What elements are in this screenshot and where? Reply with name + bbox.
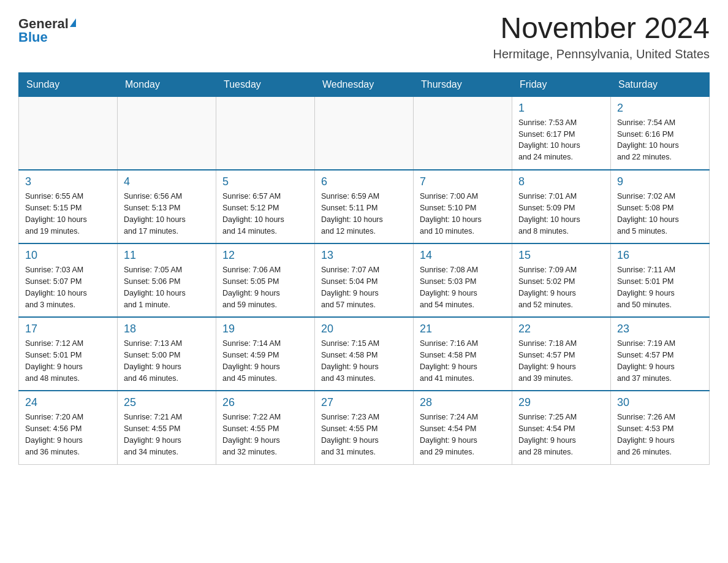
day-info: Sunrise: 7:24 AM Sunset: 4:54 PM Dayligh… (420, 412, 506, 458)
day-number: 20 (321, 323, 407, 335)
day-info: Sunrise: 7:18 AM Sunset: 4:57 PM Dayligh… (518, 338, 604, 384)
day-info: Sunrise: 7:21 AM Sunset: 4:55 PM Dayligh… (124, 412, 210, 458)
table-row (216, 96, 315, 170)
table-row: 5Sunrise: 6:57 AM Sunset: 5:12 PM Daylig… (216, 170, 315, 243)
table-row: 3Sunrise: 6:55 AM Sunset: 5:15 PM Daylig… (19, 170, 118, 243)
table-row: 20Sunrise: 7:15 AM Sunset: 4:58 PM Dayli… (315, 317, 414, 391)
header-thursday: Thursday (414, 72, 512, 96)
table-row: 10Sunrise: 7:03 AM Sunset: 5:07 PM Dayli… (19, 243, 118, 317)
header-monday: Monday (118, 72, 216, 96)
day-number: 27 (321, 396, 407, 409)
day-number: 30 (617, 396, 703, 409)
day-info: Sunrise: 7:09 AM Sunset: 5:02 PM Dayligh… (518, 264, 604, 310)
table-row: 6Sunrise: 6:59 AM Sunset: 5:11 PM Daylig… (315, 170, 414, 243)
table-row: 26Sunrise: 7:22 AM Sunset: 4:55 PM Dayli… (216, 391, 315, 464)
day-number: 21 (420, 323, 506, 335)
day-info: Sunrise: 7:54 AM Sunset: 6:16 PM Dayligh… (617, 117, 703, 163)
day-number: 7 (420, 175, 506, 188)
table-row: 9Sunrise: 7:02 AM Sunset: 5:08 PM Daylig… (611, 170, 710, 243)
day-number: 9 (617, 175, 703, 188)
day-info: Sunrise: 7:06 AM Sunset: 5:05 PM Dayligh… (222, 264, 308, 310)
day-number: 29 (518, 396, 604, 409)
day-info: Sunrise: 7:20 AM Sunset: 4:56 PM Dayligh… (25, 412, 111, 458)
day-info: Sunrise: 7:11 AM Sunset: 5:01 PM Dayligh… (617, 264, 703, 310)
day-info: Sunrise: 7:05 AM Sunset: 5:06 PM Dayligh… (124, 264, 210, 310)
day-number: 1 (518, 102, 604, 115)
table-row: 16Sunrise: 7:11 AM Sunset: 5:01 PM Dayli… (611, 243, 710, 317)
page-header: General Blue November 2024 Hermitage, Pe… (18, 12, 710, 61)
day-info: Sunrise: 7:08 AM Sunset: 5:03 PM Dayligh… (420, 264, 506, 310)
table-row (315, 96, 414, 170)
table-row: 2Sunrise: 7:54 AM Sunset: 6:16 PM Daylig… (611, 96, 710, 170)
title-block: November 2024 Hermitage, Pennsylvania, U… (493, 12, 710, 61)
logo: General Blue (18, 12, 76, 44)
logo-triangle-icon (70, 18, 76, 27)
table-row: 25Sunrise: 7:21 AM Sunset: 4:55 PM Dayli… (118, 391, 216, 464)
header-friday: Friday (512, 72, 611, 96)
table-row: 12Sunrise: 7:06 AM Sunset: 5:05 PM Dayli… (216, 243, 315, 317)
table-row: 18Sunrise: 7:13 AM Sunset: 5:00 PM Dayli… (118, 317, 216, 391)
table-row (414, 96, 512, 170)
day-number: 2 (617, 102, 703, 115)
calendar-week-row: 17Sunrise: 7:12 AM Sunset: 5:01 PM Dayli… (19, 317, 710, 391)
table-row: 11Sunrise: 7:05 AM Sunset: 5:06 PM Dayli… (118, 243, 216, 317)
header-tuesday: Tuesday (216, 72, 315, 96)
day-info: Sunrise: 6:59 AM Sunset: 5:11 PM Dayligh… (321, 191, 407, 237)
day-info: Sunrise: 6:57 AM Sunset: 5:12 PM Dayligh… (222, 191, 308, 237)
table-row: 19Sunrise: 7:14 AM Sunset: 4:59 PM Dayli… (216, 317, 315, 391)
calendar-header-row: Sunday Monday Tuesday Wednesday Thursday… (19, 72, 710, 96)
day-info: Sunrise: 7:03 AM Sunset: 5:07 PM Dayligh… (25, 264, 111, 310)
header-saturday: Saturday (611, 72, 710, 96)
day-info: Sunrise: 7:22 AM Sunset: 4:55 PM Dayligh… (222, 412, 308, 458)
day-number: 10 (25, 249, 111, 262)
day-info: Sunrise: 7:53 AM Sunset: 6:17 PM Dayligh… (518, 117, 604, 163)
day-info: Sunrise: 7:13 AM Sunset: 5:00 PM Dayligh… (124, 338, 210, 384)
table-row: 24Sunrise: 7:20 AM Sunset: 4:56 PM Dayli… (19, 391, 118, 464)
calendar-title: November 2024 (493, 12, 710, 45)
day-info: Sunrise: 7:07 AM Sunset: 5:04 PM Dayligh… (321, 264, 407, 310)
day-number: 14 (420, 249, 506, 262)
table-row: 14Sunrise: 7:08 AM Sunset: 5:03 PM Dayli… (414, 243, 512, 317)
day-number: 4 (124, 175, 210, 188)
header-wednesday: Wednesday (315, 72, 414, 96)
day-number: 15 (518, 249, 604, 262)
day-info: Sunrise: 7:26 AM Sunset: 4:53 PM Dayligh… (617, 412, 703, 458)
calendar-subtitle: Hermitage, Pennsylvania, United States (493, 47, 710, 61)
table-row: 30Sunrise: 7:26 AM Sunset: 4:53 PM Dayli… (611, 391, 710, 464)
day-number: 23 (617, 323, 703, 335)
table-row: 28Sunrise: 7:24 AM Sunset: 4:54 PM Dayli… (414, 391, 512, 464)
day-info: Sunrise: 7:25 AM Sunset: 4:54 PM Dayligh… (518, 412, 604, 458)
calendar-week-row: 3Sunrise: 6:55 AM Sunset: 5:15 PM Daylig… (19, 170, 710, 243)
day-number: 18 (124, 323, 210, 335)
day-number: 24 (25, 396, 111, 409)
table-row: 15Sunrise: 7:09 AM Sunset: 5:02 PM Dayli… (512, 243, 611, 317)
day-number: 13 (321, 249, 407, 262)
table-row: 8Sunrise: 7:01 AM Sunset: 5:09 PM Daylig… (512, 170, 611, 243)
day-info: Sunrise: 7:12 AM Sunset: 5:01 PM Dayligh… (25, 338, 111, 384)
day-number: 16 (617, 249, 703, 262)
day-number: 12 (222, 249, 308, 262)
day-info: Sunrise: 7:14 AM Sunset: 4:59 PM Dayligh… (222, 338, 308, 384)
day-info: Sunrise: 7:15 AM Sunset: 4:58 PM Dayligh… (321, 338, 407, 384)
table-row: 29Sunrise: 7:25 AM Sunset: 4:54 PM Dayli… (512, 391, 611, 464)
day-number: 22 (518, 323, 604, 335)
table-row: 13Sunrise: 7:07 AM Sunset: 5:04 PM Dayli… (315, 243, 414, 317)
day-info: Sunrise: 7:23 AM Sunset: 4:55 PM Dayligh… (321, 412, 407, 458)
day-info: Sunrise: 7:02 AM Sunset: 5:08 PM Dayligh… (617, 191, 703, 237)
table-row: 17Sunrise: 7:12 AM Sunset: 5:01 PM Dayli… (19, 317, 118, 391)
day-number: 19 (222, 323, 308, 335)
day-info: Sunrise: 6:55 AM Sunset: 5:15 PM Dayligh… (25, 191, 111, 237)
table-row: 1Sunrise: 7:53 AM Sunset: 6:17 PM Daylig… (512, 96, 611, 170)
calendar-table: Sunday Monday Tuesday Wednesday Thursday… (18, 72, 710, 465)
logo-general-text: General (18, 17, 69, 31)
header-sunday: Sunday (19, 72, 118, 96)
table-row: 27Sunrise: 7:23 AM Sunset: 4:55 PM Dayli… (315, 391, 414, 464)
table-row: 21Sunrise: 7:16 AM Sunset: 4:58 PM Dayli… (414, 317, 512, 391)
logo-blue-text: Blue (18, 31, 48, 44)
day-number: 25 (124, 396, 210, 409)
day-info: Sunrise: 6:56 AM Sunset: 5:13 PM Dayligh… (124, 191, 210, 237)
day-number: 17 (25, 323, 111, 335)
day-number: 26 (222, 396, 308, 409)
day-number: 28 (420, 396, 506, 409)
day-info: Sunrise: 7:19 AM Sunset: 4:57 PM Dayligh… (617, 338, 703, 384)
